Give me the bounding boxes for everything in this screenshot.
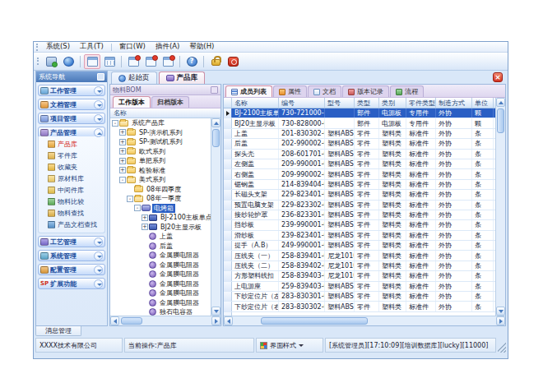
bom-panel-pin-button[interactable] xyxy=(211,86,218,94)
expand-icon[interactable]: + xyxy=(142,224,148,230)
detail-tab-3[interactable]: 版本记录 xyxy=(342,85,389,97)
table-row-3[interactable]: 后盖202-990002-01X塑料ABS零件塑料类标准件外协条 xyxy=(224,139,495,149)
table-scroll-down-button[interactable] xyxy=(496,307,505,316)
expand-icon[interactable]: + xyxy=(142,214,148,221)
tree-scroll-up-button[interactable] xyxy=(211,118,220,127)
sidebar-group-header-4[interactable]: 工艺管理 xyxy=(38,236,105,247)
tree-node-16[interactable]: 金属膜电阻器 xyxy=(110,270,211,279)
sidebar-menu-button[interactable] xyxy=(97,73,104,81)
tree-node-2[interactable]: +SP-测试机系列 xyxy=(110,137,211,147)
menu-item-3[interactable]: 插件(A) xyxy=(151,41,184,53)
sidebar-group-header-5[interactable]: 系统管理 xyxy=(38,250,105,261)
tree-node-7[interactable]: 08年四季度 xyxy=(110,185,211,195)
expand-icon[interactable]: + xyxy=(119,129,126,136)
tree-horizontal-scroll-thumb[interactable] xyxy=(121,317,142,325)
table-row-7[interactable]: 锯钢盖214-839404-01X塑料ABS零件塑料类标准件外协条 xyxy=(224,180,495,190)
expand-icon[interactable]: + xyxy=(119,139,126,145)
bom-version-tab-1[interactable]: 归档版本 xyxy=(151,96,189,108)
toolbar-grip-handle[interactable] xyxy=(37,58,39,65)
tree-column-header[interactable]: 名称 xyxy=(110,108,220,118)
sidebar-item-7[interactable]: 产品文档查找 xyxy=(44,219,104,230)
sidebar-item-4[interactable]: 中间件库 xyxy=(44,185,104,196)
collapse-icon[interactable]: - xyxy=(127,196,133,202)
detail-tab-1[interactable]: 属性 xyxy=(273,85,307,97)
chevron-down-icon[interactable] xyxy=(94,100,103,109)
chevron-down-icon[interactable] xyxy=(94,238,103,247)
table-row-5[interactable]: 左侧盖209-990001-01X塑料ABS零件塑料类标准件外协条 xyxy=(224,159,495,169)
lock-button[interactable] xyxy=(207,54,224,69)
tree-node-14[interactable]: 金属膜电阻器 xyxy=(110,251,211,261)
tree-node-11[interactable]: +BJ20主显示板 xyxy=(110,223,211,233)
tree-node-17[interactable]: 金属膜电阻器 xyxy=(110,279,211,289)
expand-icon[interactable]: + xyxy=(119,158,126,164)
column-header-4[interactable]: 类别 xyxy=(379,98,406,108)
chevron-down-icon[interactable] xyxy=(94,279,103,288)
sidebar-group-header-1[interactable]: 文档管理 xyxy=(38,99,105,110)
tree-node-0[interactable]: -系统产品库 xyxy=(110,118,211,128)
tree-node-18[interactable]: 金属膜电阻器 xyxy=(110,288,211,298)
table-row-13[interactable]: 提手（A.B）249-990001-01X塑料ABS零件塑料类标准件外协条 xyxy=(224,241,495,251)
help-button[interactable] xyxy=(183,54,200,69)
document-tab-0[interactable]: 起始页 xyxy=(111,71,157,84)
tree-scroll-right-button[interactable] xyxy=(211,316,220,325)
column-header-0[interactable]: 名称 xyxy=(232,98,279,108)
document-tab-1[interactable]: 产品库 xyxy=(159,71,206,84)
sidebar-item-1[interactable]: 零件库 xyxy=(44,150,104,161)
tree-node-12[interactable]: 上盖 xyxy=(110,232,211,242)
window-resize-grip[interactable] xyxy=(498,338,506,353)
chevron-up-icon[interactable] xyxy=(94,128,103,137)
interface-style-button[interactable]: 界面样式 xyxy=(256,338,323,353)
column-header-1[interactable]: 编号 xyxy=(279,98,325,108)
sidebar-item-5[interactable]: 物料比较 xyxy=(44,196,104,207)
table-row-11[interactable]: 挡纱板239-990001-01X塑料ABS零件塑料类标准件外协条 xyxy=(224,220,495,230)
table-vertical-scrollbar[interactable] xyxy=(495,98,505,316)
chevron-down-icon[interactable] xyxy=(94,251,103,261)
table-row-2[interactable]: 上盖201-830302-00X塑料ABS零件塑料类标准件外协条 xyxy=(224,129,495,139)
menu-item-0[interactable]: 系统(S) xyxy=(41,41,75,53)
column-header-3[interactable]: 类型 xyxy=(355,98,379,108)
table-row-8[interactable]: 长磁头支架229-823401-00X塑料ABS零件塑料类标准件外协条 xyxy=(224,190,495,200)
tree-scroll-left-button[interactable] xyxy=(110,316,119,325)
collapse-icon[interactable]: - xyxy=(112,120,118,127)
window-open-button[interactable] xyxy=(142,54,159,69)
tree-vertical-scrollbar[interactable] xyxy=(211,118,220,316)
detail-tab-2[interactable]: 文档 xyxy=(308,85,341,97)
table-row-4[interactable]: 探头壳208-601701-01X塑料ABS零件塑料类标准件外协条 xyxy=(224,150,495,159)
tree-node-5[interactable]: +检验标准 xyxy=(110,166,211,176)
table-row-12[interactable]: 滑纱板239-823401-00X塑料ABS零件塑料类标准件外协条 xyxy=(224,231,495,241)
expand-icon[interactable]: + xyxy=(119,148,126,154)
table-row-1[interactable]: BJ20主显示板730-828000-04X部件电源板专用件外协颗 xyxy=(224,118,495,128)
collapse-icon[interactable]: - xyxy=(134,205,141,211)
sidebar-item-2[interactable]: 收藏夹 xyxy=(44,162,104,173)
table-row-17[interactable]: 上电源座259-839403-00X塑料ABS零件塑料类标准件外协条 xyxy=(224,282,495,292)
table-row-6[interactable]: 右侧盖209-990002-01X塑料ABS零件塑料类标准件外协条 xyxy=(224,169,495,179)
menu-grip-handle[interactable] xyxy=(36,44,39,51)
window-new-button[interactable] xyxy=(125,54,142,69)
column-header-7[interactable]: 单位 xyxy=(472,98,494,108)
menu-item-4[interactable]: 帮助(H) xyxy=(184,41,219,53)
tree-vertical-scroll-thumb[interactable] xyxy=(212,129,220,147)
bom-version-tab-0[interactable]: 工作版本 xyxy=(113,96,151,108)
tree-node-8[interactable]: -08年一季度 xyxy=(110,194,211,204)
table-horizontal-scroll-thumb[interactable] xyxy=(261,317,368,325)
tree-node-10[interactable]: +BJ-2100主板单点 xyxy=(110,213,211,223)
sidebar-group-header-0[interactable]: 工作管理 xyxy=(38,85,105,96)
column-header-6[interactable]: 制造方式 xyxy=(436,98,472,108)
table-vertical-scroll-thumb[interactable] xyxy=(497,108,504,133)
table-row-15[interactable]: 压线夹（二）258-839402-00X尼龙1010零件塑料类标准件外协条 xyxy=(224,261,495,271)
globe-button[interactable] xyxy=(60,54,77,69)
menu-item-2[interactable]: 窗口(W) xyxy=(114,41,151,53)
sidebar-group-header-7[interactable]: SP扩展功能 xyxy=(38,278,105,289)
message-management-tab[interactable]: 消息管理 xyxy=(35,326,81,336)
column-header-5[interactable]: 零件类型 xyxy=(406,98,436,108)
tree-node-15[interactable]: 金属膜电阻器 xyxy=(110,261,211,270)
window-close-button[interactable] xyxy=(160,54,176,69)
window-button[interactable] xyxy=(84,54,100,69)
tree-node-3[interactable]: +欧式系列 xyxy=(110,147,211,157)
tree-node-20[interactable]: 独石电容器 xyxy=(110,307,211,316)
chevron-down-icon[interactable] xyxy=(94,265,103,274)
column-header-2[interactable]: 型号 xyxy=(325,98,355,108)
table-scroll-up-button[interactable] xyxy=(496,98,505,107)
tree-node-4[interactable]: +单把系列 xyxy=(110,156,211,166)
collapse-icon[interactable]: - xyxy=(119,177,126,183)
